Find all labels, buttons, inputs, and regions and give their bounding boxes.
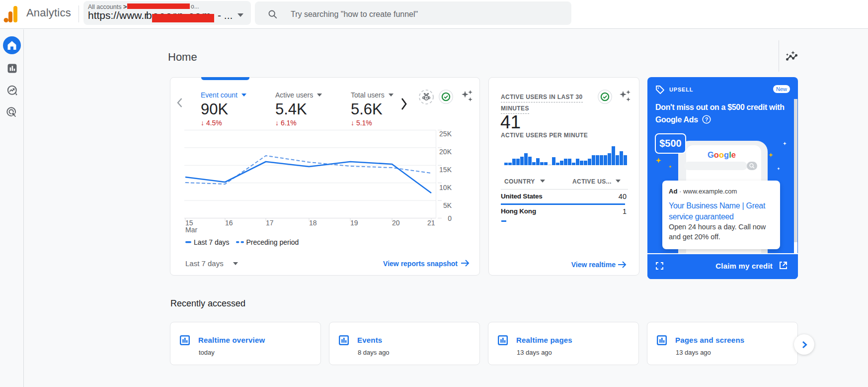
svg-text:Mar: Mar	[185, 226, 197, 234]
svg-text:Google: Google	[708, 150, 736, 159]
svg-text:21: 21	[427, 219, 435, 227]
svg-text:20K: 20K	[439, 148, 452, 156]
svg-text:16: 16	[225, 219, 233, 227]
svg-text:15K: 15K	[439, 166, 452, 174]
svg-text:19: 19	[350, 219, 358, 227]
svg-text:18: 18	[309, 219, 317, 227]
svg-text:25K: 25K	[439, 130, 452, 138]
svg-text:5K: 5K	[443, 201, 452, 209]
svg-text:10K: 10K	[439, 184, 452, 192]
svg-text:17: 17	[266, 219, 274, 227]
svg-text:20: 20	[392, 219, 400, 227]
svg-text:0: 0	[448, 214, 452, 222]
svg-text:?: ?	[705, 116, 709, 122]
